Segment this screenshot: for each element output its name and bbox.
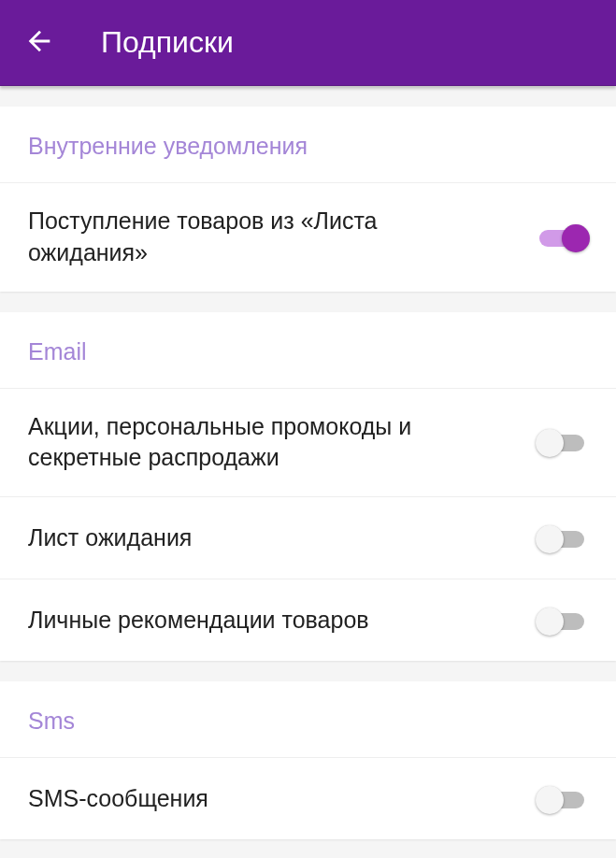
setting-label: Личные рекомендации товаров [28, 605, 369, 636]
toggle-thumb [536, 786, 564, 814]
section-header-internal: Внутренние уведомления [0, 107, 616, 182]
setting-row-waitlist[interactable]: Лист ожидания [0, 496, 616, 579]
back-button[interactable] [22, 26, 56, 60]
section-header-email: Email [0, 312, 616, 388]
setting-label: Акции, персональные промокоды и секретны… [28, 411, 477, 475]
toggle-thumb [536, 429, 564, 457]
setting-row-sms-messages[interactable]: SMS-сообщения [0, 757, 616, 839]
toggle-waitlist-arrival[interactable] [536, 221, 588, 254]
section-internal: Внутренние уведомления Поступление товар… [0, 107, 616, 292]
toggle-thumb [536, 608, 564, 636]
setting-row-promotions[interactable]: Акции, персональные промокоды и секретны… [0, 388, 616, 497]
section-email: Email Акции, персональные промокоды и се… [0, 312, 616, 662]
setting-label: Лист ожидания [28, 522, 192, 554]
toggle-sms-messages[interactable] [536, 782, 588, 816]
setting-row-waitlist-arrival[interactable]: Поступление товаров из «Листа ожидания» [0, 182, 616, 292]
setting-label: SMS-сообщения [28, 783, 208, 815]
setting-label: Поступление товаров из «Листа ожидания» [28, 206, 477, 269]
arrow-left-icon [23, 25, 55, 61]
page-title: Подписки [101, 25, 234, 60]
app-bar: Подписки [0, 0, 616, 86]
toggle-recommendations[interactable] [536, 604, 588, 637]
section-header-sms: Sms [0, 681, 616, 757]
toggle-thumb [562, 224, 590, 252]
section-sms: Sms SMS-сообщения [0, 681, 616, 839]
toggle-promotions[interactable] [536, 425, 588, 459]
toggle-waitlist[interactable] [536, 522, 588, 555]
setting-row-recommendations[interactable]: Личные рекомендации товаров [0, 579, 616, 661]
toggle-thumb [536, 525, 564, 553]
